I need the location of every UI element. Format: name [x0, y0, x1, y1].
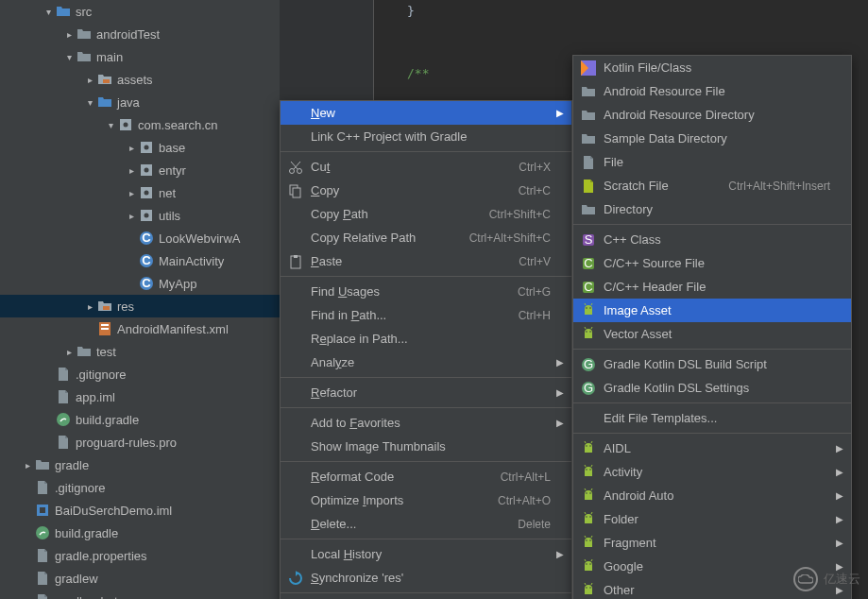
tree-item-gradle[interactable]: ▸gradle — [0, 454, 280, 476]
tree-item-gradlew-bat[interactable]: gradlew.bat — [0, 590, 280, 599]
menu-item-file[interactable]: File — [573, 150, 851, 174]
menu-item-paste[interactable]: PasteCtrl+V — [281, 249, 571, 273]
menu-item-add-to-favorites[interactable]: Add to Favorites▶ — [281, 411, 571, 435]
menu-item-android-resource-directory[interactable]: Android Resource Directory — [573, 103, 851, 127]
copy-icon — [286, 183, 305, 198]
menu-item-android-resource-file[interactable]: Android Resource File — [573, 79, 851, 103]
expand-icon[interactable]: ▾ — [104, 120, 117, 130]
expand-icon[interactable]: ▾ — [62, 52, 76, 62]
menu-item-gradle-kotlin-dsl-build-script[interactable]: GGradle Kotlin DSL Build Script — [573, 352, 851, 376]
svg-line-49 — [591, 327, 592, 329]
tree-item-gradlew[interactable]: gradlew — [0, 567, 280, 590]
expand-icon[interactable]: ▸ — [125, 188, 138, 198]
new-submenu[interactable]: Kotlin File/ClassAndroid Resource FileAn… — [572, 55, 852, 599]
menu-item-local-history[interactable]: Local History▶ — [281, 542, 571, 566]
tree-item-build-gradle[interactable]: build.gradle — [0, 522, 280, 544]
menu-item-c-c-header-file[interactable]: CC/C++ Header File — [573, 275, 851, 299]
cpp-c-icon: C — [579, 256, 598, 271]
tree-item-proguard-rules-pro[interactable]: proguard-rules.pro — [0, 431, 280, 454]
tree-item-com-search-cn[interactable]: ▾com.search.cn — [0, 113, 280, 136]
tree-item-baiduserchdemo-iml[interactable]: BaiDuSerchDemo.iml — [0, 499, 280, 522]
tree-item-utils[interactable]: ▸utils — [0, 204, 280, 227]
menu-item-scratch-file[interactable]: Scratch FileCtrl+Alt+Shift+Insert — [573, 174, 851, 197]
tree-item-main[interactable]: ▾main — [0, 45, 280, 68]
submenu-arrow-icon: ▶ — [836, 443, 843, 454]
submenu-arrow-icon: ▶ — [836, 514, 843, 524]
menu-item-c-class[interactable]: SC++ Class — [573, 228, 851, 251]
shortcut: Delete — [518, 518, 551, 531]
menu-item-sample-data-directory[interactable]: Sample Data Directory — [573, 127, 851, 150]
tree-item-assets[interactable]: ▸assets — [0, 68, 280, 91]
menu-item-gradle-kotlin-dsl-settings[interactable]: GGradle Kotlin DSL Settings — [573, 376, 851, 400]
menu-item-aidl[interactable]: AIDL▶ — [573, 436, 851, 460]
menu-item-reformat-code[interactable]: Reformat CodeCtrl+Alt+L — [281, 465, 571, 488]
tree-item-gradle-properties[interactable]: gradle.properties — [0, 544, 280, 567]
menu-item-optimize-imports[interactable]: Optimize ImportsCtrl+Alt+O — [281, 488, 571, 512]
expand-icon[interactable]: ▸ — [21, 460, 34, 471]
menu-item-c-c-source-file[interactable]: CC/C++ Source File — [573, 251, 851, 275]
shortcut: Ctrl+V — [519, 255, 551, 268]
file-icon — [34, 547, 51, 564]
menu-item-refactor[interactable]: Refactor▶ — [281, 381, 571, 404]
menu-item-analyze[interactable]: Analyze▶ — [281, 351, 571, 374]
android-icon — [579, 559, 598, 574]
menu-label: Directory — [604, 202, 830, 216]
context-menu[interactable]: New▶Link C++ Project with GradleCutCtrl+… — [280, 100, 572, 599]
menu-item-new[interactable]: New▶ — [281, 101, 571, 125]
expand-icon[interactable]: ▸ — [83, 301, 96, 312]
menu-separator — [573, 433, 851, 434]
menu-item-link-c-project-with-gradle[interactable]: Link C++ Project with Gradle — [281, 125, 571, 148]
menu-item-cut[interactable]: CutCtrl+X — [281, 155, 571, 179]
menu-item-kotlin-file-class[interactable]: Kotlin File/Class — [573, 56, 851, 79]
menu-item-activity[interactable]: Activity▶ — [573, 460, 851, 484]
tree-item-entyr[interactable]: ▸entyr — [0, 159, 280, 181]
menu-item-directory[interactable]: Directory — [573, 197, 851, 221]
tree-item-net[interactable]: ▸net — [0, 181, 280, 204]
tree-label: main — [96, 50, 123, 64]
menu-label: Local History — [311, 547, 551, 561]
menu-item-show-image-thumbnails[interactable]: Show Image Thumbnails — [281, 435, 571, 458]
tree-item-mainactivity[interactable]: CMainActivity — [0, 249, 280, 272]
tree-item-test[interactable]: ▸test — [0, 340, 280, 363]
android-icon — [579, 488, 598, 504]
expand-icon[interactable]: ▸ — [62, 347, 76, 357]
tree-item-res[interactable]: ▸res — [0, 295, 280, 317]
expand-icon[interactable]: ▸ — [125, 211, 138, 221]
tree-item-app-iml[interactable]: app.iml — [0, 385, 280, 408]
menu-item-find-in-path-[interactable]: Find in Path...Ctrl+H — [281, 303, 571, 327]
tree-item-lookwebvirwa[interactable]: CLookWebvirwA — [0, 227, 280, 249]
menu-item-android-auto[interactable]: Android Auto▶ — [573, 484, 851, 507]
expand-icon[interactable]: ▸ — [125, 143, 138, 153]
menu-item-delete-[interactable]: Delete...Delete — [281, 512, 571, 536]
tree-item-base[interactable]: ▸base — [0, 136, 280, 159]
menu-item-replace-in-path-[interactable]: Replace in Path... — [281, 327, 571, 351]
menu-item-vector-asset[interactable]: Vector Asset — [573, 322, 851, 346]
menu-separator — [281, 407, 571, 408]
project-tree[interactable]: ▾src▸androidTest▾main▸assets▾java▾com.se… — [0, 0, 280, 599]
menu-item-fragment[interactable]: Fragment▶ — [573, 531, 851, 555]
menu-item-copy-relative-path[interactable]: Copy Relative PathCtrl+Alt+Shift+C — [281, 226, 571, 249]
menu-item-copy[interactable]: CopyCtrl+C — [281, 179, 571, 202]
tree-item-myapp[interactable]: CMyApp — [0, 272, 280, 295]
menu-item-find-usages[interactable]: Find UsagesCtrl+G — [281, 280, 571, 303]
svg-line-81 — [591, 583, 592, 585]
menu-item-image-asset[interactable]: Image Asset — [573, 299, 851, 322]
menu-separator — [281, 151, 571, 152]
expand-icon[interactable]: ▸ — [83, 75, 96, 85]
expand-icon[interactable]: ▾ — [83, 97, 96, 108]
tree-item-build-gradle[interactable]: build.gradle — [0, 408, 280, 431]
expand-icon[interactable]: ▸ — [62, 29, 76, 40]
expand-icon[interactable]: ▸ — [125, 165, 138, 176]
shortcut: Ctrl+Alt+O — [498, 494, 551, 507]
menu-item-edit-file-templates-[interactable]: Edit File Templates... — [573, 406, 851, 430]
tree-item--gitignore[interactable]: .gitignore — [0, 363, 280, 385]
menu-item-synchronize-res-[interactable]: Synchronize 'res' — [281, 566, 571, 590]
tree-item-androidmanifest-xml[interactable]: AndroidManifest.xml — [0, 317, 280, 340]
expand-icon[interactable]: ▾ — [42, 7, 55, 17]
tree-item-src[interactable]: ▾src — [0, 0, 280, 23]
tree-item-androidtest[interactable]: ▸androidTest — [0, 23, 280, 45]
tree-item-java[interactable]: ▾java — [0, 91, 280, 113]
tree-item--gitignore[interactable]: .gitignore — [0, 476, 280, 499]
menu-item-copy-path[interactable]: Copy PathCtrl+Shift+C — [281, 202, 571, 226]
menu-item-folder[interactable]: Folder▶ — [573, 507, 851, 531]
